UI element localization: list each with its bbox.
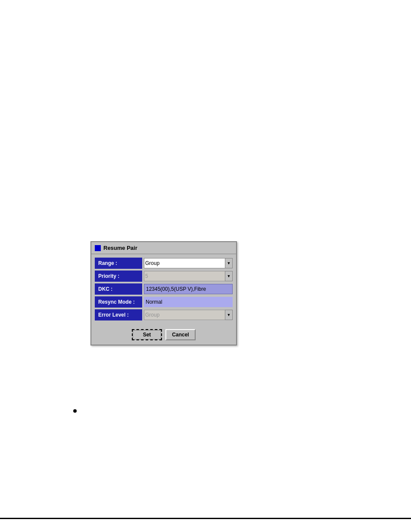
range-select-wrapper[interactable]: Group All Selected ▼ [144,258,233,268]
dialog-title: Resume Pair [103,245,137,251]
error-level-select[interactable]: Group None Low High [144,310,233,320]
range-row: Range : Group All Selected ▼ [95,258,233,269]
range-select[interactable]: Group All Selected [144,258,233,268]
priority-select-wrapper[interactable]: 5 1 2 3 4 ▼ [144,271,233,281]
priority-label: Priority : [95,271,142,282]
dkc-label: DKC : [95,283,142,295]
priority-select[interactable]: 5 1 2 3 4 [144,271,233,281]
resync-mode-value: Normal [144,297,233,307]
error-level-select-wrapper[interactable]: Group None Low High ▼ [144,310,233,320]
priority-row: Priority : 5 1 2 3 4 ▼ [95,271,233,282]
dialog-buttons: Set Cancel [91,326,236,345]
dialog-box: Resume Pair Range : Group All Selected ▼ [90,241,237,345]
resume-pair-dialog: Resume Pair Range : Group All Selected ▼ [90,241,237,345]
dialog-title-icon [95,245,101,251]
set-button[interactable]: Set [132,329,162,340]
dialog-body: Range : Group All Selected ▼ Priority : [91,254,236,326]
dialog-titlebar: Resume Pair [91,242,236,254]
resync-mode-label: Resync Mode : [95,296,142,308]
dkc-row: DKC : 12345(00),5(USP V),Fibre [95,283,233,295]
dkc-value: 12345(00),5(USP V),Fibre [144,284,233,294]
range-label: Range : [95,258,142,269]
cancel-button[interactable]: Cancel [165,329,196,340]
bottom-separator-line [0,518,411,519]
bullet-area [73,409,77,413]
error-level-row: Error Level : Group None Low High ▼ [95,309,233,320]
error-level-label: Error Level : [95,309,142,320]
page-content: Resume Pair Range : Group All Selected ▼ [0,0,411,532]
bullet-point [73,409,77,413]
resync-mode-row: Resync Mode : Normal [95,296,233,308]
